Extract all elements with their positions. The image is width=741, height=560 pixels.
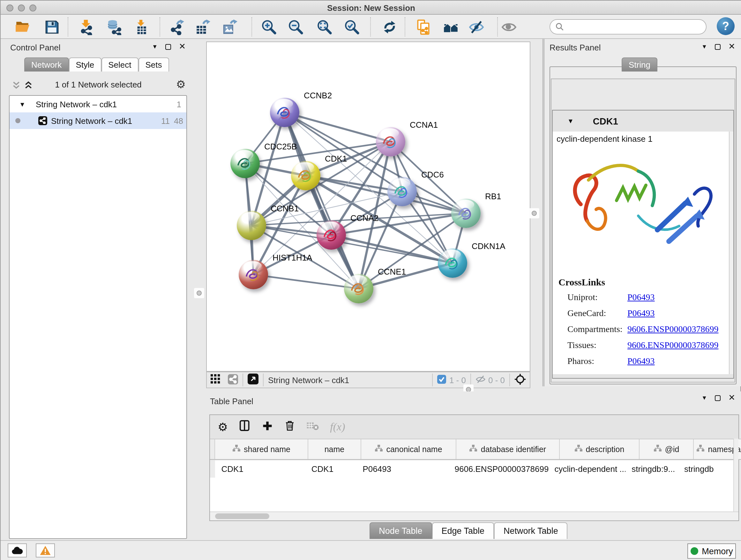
node-CCNB1[interactable] bbox=[237, 211, 266, 240]
close-panel-icon[interactable]: ✕ bbox=[728, 44, 735, 50]
tab-edge-table[interactable]: Edge Table bbox=[432, 522, 494, 539]
zoom-in-button[interactable] bbox=[260, 18, 278, 36]
refresh-layout-button[interactable] bbox=[381, 18, 398, 36]
tab-sets[interactable]: Sets bbox=[138, 57, 169, 71]
crosslink-link[interactable]: 9606.ENSP00000378699 bbox=[627, 324, 718, 334]
column-header-name[interactable]: name bbox=[308, 439, 361, 459]
column-header-database-identifier[interactable]: database identifier bbox=[456, 439, 560, 459]
collapse-section-icon[interactable]: ▼ bbox=[567, 118, 574, 125]
node-CCNA1[interactable] bbox=[376, 127, 405, 157]
column-header-shared-name[interactable]: shared name bbox=[215, 439, 308, 459]
scrollbar-thumb[interactable] bbox=[215, 513, 269, 519]
table-cell[interactable]: P06493 bbox=[356, 460, 448, 478]
node-RB1[interactable] bbox=[451, 199, 481, 228]
search-input[interactable] bbox=[564, 22, 692, 32]
node-CDC6[interactable] bbox=[387, 177, 417, 206]
detach-view-icon[interactable] bbox=[248, 374, 259, 386]
panel-menu-icon[interactable]: ▼ bbox=[152, 44, 158, 50]
network-collection-row[interactable]: ▼ String Network – cdk1 1 bbox=[10, 96, 186, 112]
grid-view-icon[interactable] bbox=[211, 374, 220, 386]
table-options-gear-icon[interactable]: ⚙ bbox=[218, 420, 228, 434]
first-neighbors-button[interactable] bbox=[442, 18, 460, 36]
hide-selected-button[interactable] bbox=[467, 18, 485, 36]
search-field[interactable] bbox=[549, 19, 706, 35]
node-CDKN1A[interactable] bbox=[438, 248, 467, 278]
create-column-icon[interactable] bbox=[262, 420, 273, 434]
table-cell[interactable]: stringdb bbox=[678, 460, 735, 478]
column-header--id[interactable]: @id bbox=[639, 439, 694, 459]
crosslink-link[interactable]: P06493 bbox=[627, 356, 655, 367]
export-table-button[interactable] bbox=[193, 18, 211, 36]
warnings-button[interactable] bbox=[36, 543, 55, 557]
column-header-canonical-name[interactable]: canonical name bbox=[361, 439, 456, 459]
node-CDK1[interactable] bbox=[291, 161, 320, 190]
table-cell[interactable]: CDK1 bbox=[215, 460, 305, 478]
export-image-button[interactable] bbox=[221, 18, 239, 36]
table-vertical-scrollbar[interactable] bbox=[733, 439, 738, 511]
zoom-out-button[interactable] bbox=[286, 18, 305, 36]
close-panel-icon[interactable]: ✕ bbox=[179, 44, 186, 50]
cdk1-section-header[interactable]: ▼ CDK1 bbox=[553, 111, 733, 132]
tab-string[interactable]: String bbox=[622, 57, 657, 71]
selected-checkbox-icon[interactable] bbox=[437, 374, 446, 385]
clone-network-button[interactable] bbox=[414, 18, 432, 36]
tab-style[interactable]: Style bbox=[69, 57, 101, 71]
save-session-button[interactable] bbox=[43, 18, 61, 36]
selected-counts: 1 - 0 bbox=[449, 375, 466, 385]
zoom-selected-button[interactable] bbox=[343, 18, 360, 36]
tab-network[interactable]: Network bbox=[24, 57, 69, 71]
column-header-label: database identifier bbox=[481, 445, 546, 454]
export-network-button[interactable] bbox=[168, 18, 186, 36]
column-header-description[interactable]: description bbox=[560, 439, 639, 459]
crosslink-link[interactable]: P06493 bbox=[627, 293, 655, 303]
table-cell[interactable]: cyclin-dependent ... bbox=[548, 460, 625, 478]
tab-network-table[interactable]: Network Table bbox=[494, 522, 568, 539]
import-table-button[interactable] bbox=[131, 18, 149, 36]
edge-CCNA2-CDKN1A[interactable] bbox=[331, 235, 453, 263]
node-HIST1H1A[interactable] bbox=[239, 260, 268, 289]
node-CCNE1[interactable] bbox=[344, 274, 374, 303]
panel-menu-icon[interactable]: ▼ bbox=[701, 395, 707, 401]
collapse-tree-icon[interactable]: ▼ bbox=[19, 101, 25, 108]
show-columns-icon[interactable] bbox=[239, 420, 251, 434]
cloud-status-button[interactable] bbox=[8, 543, 27, 557]
table-cell[interactable]: stringdb:9... bbox=[625, 460, 678, 478]
right-splitter-handle[interactable] bbox=[529, 208, 539, 219]
network-canvas[interactable]: CCNB2CCNA1CDC25BCDK1CDC6RB1CCNB1CCNA2CDK… bbox=[206, 42, 530, 372]
float-panel-icon[interactable] bbox=[165, 44, 171, 50]
table-row[interactable]: CDK1CDK1P064939606.ENSP00000378699cyclin… bbox=[210, 460, 735, 478]
network-row-selected[interactable]: String Network – cdk1 11 48 bbox=[10, 112, 186, 129]
table-cell[interactable]: CDK1 bbox=[305, 460, 356, 478]
open-session-button[interactable] bbox=[13, 18, 31, 36]
left-splitter-handle[interactable] bbox=[194, 288, 204, 298]
crosslink-link[interactable]: P06493 bbox=[627, 308, 655, 319]
crosslink-link[interactable]: 9606.ENSP00000378699 bbox=[627, 340, 718, 351]
function-builder-icon[interactable]: f(x) bbox=[330, 421, 345, 433]
hidden-eye-icon[interactable] bbox=[475, 374, 486, 385]
delete-table-icon[interactable] bbox=[307, 421, 319, 433]
panel-menu-icon[interactable]: ▼ bbox=[701, 44, 707, 50]
node-CCNB2[interactable] bbox=[270, 98, 299, 127]
table-cell[interactable]: 9606.ENSP00000378699 bbox=[448, 460, 548, 478]
float-panel-icon[interactable] bbox=[715, 44, 721, 50]
node-CDC25B[interactable] bbox=[230, 149, 260, 178]
show-all-button[interactable] bbox=[500, 18, 518, 36]
close-panel-icon[interactable]: ✕ bbox=[728, 395, 735, 401]
results-scrollbar[interactable] bbox=[729, 132, 733, 374]
tab-node-table[interactable]: Node Table bbox=[369, 522, 432, 539]
edge-CCNE1-HIST1H1A[interactable] bbox=[253, 274, 359, 289]
fit-content-button[interactable] bbox=[315, 18, 333, 36]
help-button[interactable]: ? bbox=[717, 17, 735, 35]
tab-select[interactable]: Select bbox=[101, 57, 138, 71]
float-panel-icon[interactable] bbox=[715, 395, 721, 401]
zoom-in-icon bbox=[261, 19, 277, 35]
node-CCNA2[interactable] bbox=[317, 220, 346, 250]
table-horizontal-scrollbar[interactable] bbox=[210, 511, 738, 520]
birds-eye-crosshair-icon[interactable] bbox=[515, 373, 526, 387]
import-network-file-button[interactable] bbox=[77, 18, 94, 36]
network-options-gear-icon[interactable]: ⚙ bbox=[176, 78, 186, 91]
memory-button[interactable]: Memory bbox=[687, 543, 736, 559]
network-share-view-icon[interactable] bbox=[228, 374, 238, 386]
delete-column-icon[interactable] bbox=[284, 420, 295, 434]
import-network-database-button[interactable] bbox=[105, 18, 123, 36]
